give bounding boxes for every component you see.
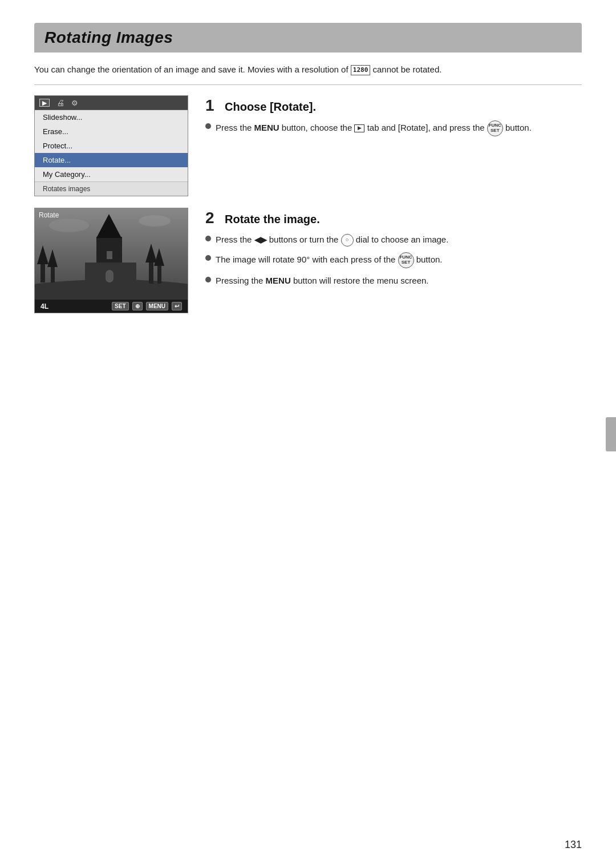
back-badge: ↩ <box>172 302 182 310</box>
svg-rect-11 <box>149 261 153 284</box>
menu-item-protect: Protect... <box>35 139 188 153</box>
search-badge: ⊕ <box>132 302 143 310</box>
svg-rect-8 <box>107 251 112 259</box>
menu-badge: MENU <box>146 302 168 310</box>
step-2-bullet-1: Press the ◀▶ buttons or turn the ○ dial … <box>205 233 582 247</box>
step-2-header: 2 Rotate the image. <box>205 210 582 226</box>
dial-icon: ○ <box>341 234 354 247</box>
menu-keyword-1: MENU <box>254 123 279 132</box>
play-icon-inline: ▶ <box>354 124 364 132</box>
bullet-dot-2a <box>205 236 211 241</box>
rotate-image-area <box>35 208 188 300</box>
svg-rect-10 <box>106 270 114 282</box>
menu-items-list: Slideshow... Erase... Protect... Rotate.… <box>35 110 188 181</box>
menu-keyword-2: MENU <box>266 276 291 285</box>
resolution-badge: 1280 <box>351 65 371 75</box>
rotate-screenshot: Rotate <box>34 208 188 313</box>
settings-icon: ⚙ <box>71 99 78 107</box>
intro-paragraph: You can change the orientation of an ima… <box>34 63 582 85</box>
print-icon: 🖨 <box>56 98 64 107</box>
svg-rect-13 <box>157 264 161 284</box>
step-2-content: 2 Rotate the image. Press the ◀▶ buttons… <box>205 208 582 293</box>
title-bar: Rotating Images <box>34 23 582 53</box>
svg-point-15 <box>49 219 89 232</box>
step-2-bullet-3-text: Pressing the MENU button will restore th… <box>216 274 429 287</box>
church-image-svg <box>35 208 188 300</box>
step-1-bullet-1: Press the MENU button, choose the ▶ tab … <box>205 120 582 136</box>
step-2-bullet-3: Pressing the MENU button will restore th… <box>205 274 582 287</box>
step-2-bullets: Press the ◀▶ buttons or turn the ○ dial … <box>205 233 582 287</box>
func-set-btn-1: FUNCSET <box>487 120 503 136</box>
step-2-number: 2 <box>205 210 219 226</box>
svg-point-16 <box>139 215 171 227</box>
rotate-label: Rotate <box>39 211 59 219</box>
menu-item-mycategory: My Category... <box>35 167 188 181</box>
step-2-bullet-2: The image will rotate 90° with each pres… <box>205 252 582 268</box>
page-number: 131 <box>565 839 582 851</box>
svg-point-1 <box>35 280 188 300</box>
menu-item-erase: Erase... <box>35 124 188 139</box>
bullet-dot-2b <box>205 255 211 261</box>
image-size-indicator: 4L <box>40 302 48 310</box>
bullet-dot-2c <box>205 277 211 282</box>
bullet-dot <box>205 123 211 129</box>
step-1-bullets: Press the MENU button, choose the ▶ tab … <box>205 120 582 136</box>
right-tab-decoration <box>606 417 616 451</box>
set-badge: SET <box>112 302 128 310</box>
step-2-bullet-2-text: The image will rotate 90° with each pres… <box>216 252 443 268</box>
svg-rect-4 <box>51 265 55 282</box>
bottom-bar-buttons: SET ⊕ MENU ↩ <box>112 302 182 310</box>
step-1-content: 1 Choose [Rotate]. Press the MENU button… <box>205 95 582 142</box>
func-set-btn-2: FUNCSET <box>398 252 414 268</box>
step-1-row: ▶ 🖨 ⚙ Slideshow... Erase... Protect... R… <box>34 95 582 196</box>
step-1-number: 1 <box>205 98 219 114</box>
page-title: Rotating Images <box>44 29 572 47</box>
rotate-bottom-bar: 4L SET ⊕ MENU ↩ <box>35 300 188 313</box>
rotate-screenshot-panel: Rotate <box>34 208 188 313</box>
intro-text-2: cannot be rotated. <box>370 64 441 74</box>
menu-description: Rotates images <box>35 181 188 196</box>
step-1-bullet-1-text: Press the MENU button, choose the ▶ tab … <box>216 120 532 136</box>
svg-rect-2 <box>40 263 45 282</box>
menu-item-slideshow: Slideshow... <box>35 110 188 124</box>
menu-screenshot: ▶ 🖨 ⚙ Slideshow... Erase... Protect... R… <box>34 95 188 196</box>
menu-top-bar: ▶ 🖨 ⚙ <box>35 96 188 110</box>
step-2-row: Rotate <box>34 208 582 313</box>
steps-area: ▶ 🖨 ⚙ Slideshow... Erase... Protect... R… <box>34 95 582 325</box>
menu-screenshot-panel: ▶ 🖨 ⚙ Slideshow... Erase... Protect... R… <box>34 95 188 196</box>
menu-item-rotate: Rotate... <box>35 153 188 167</box>
step-1-header: 1 Choose [Rotate]. <box>205 98 582 114</box>
play-tab-icon: ▶ <box>39 99 50 107</box>
step-1-title: Choose [Rotate]. <box>225 100 316 114</box>
step-2-bullet-1-text: Press the ◀▶ buttons or turn the ○ dial … <box>216 233 448 247</box>
step-2-title: Rotate the image. <box>225 213 320 226</box>
arrows-icon: ◀▶ <box>254 235 267 244</box>
intro-text-1: You can change the orientation of an ima… <box>34 64 351 74</box>
